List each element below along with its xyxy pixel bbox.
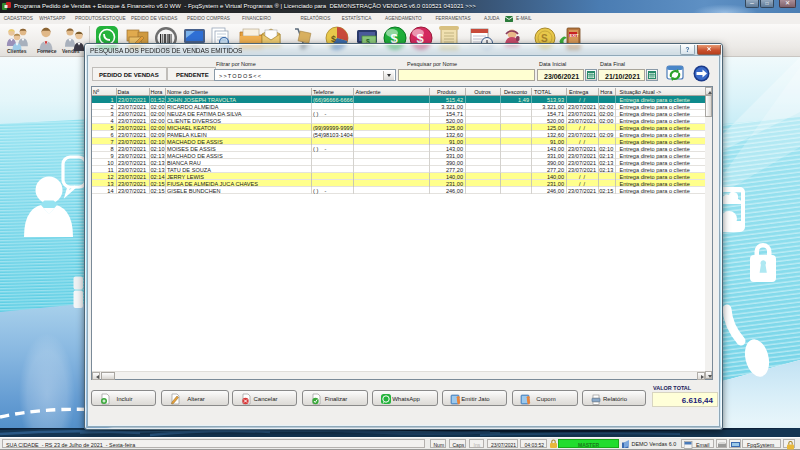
svg-text:EXIT: EXIT <box>570 33 579 38</box>
